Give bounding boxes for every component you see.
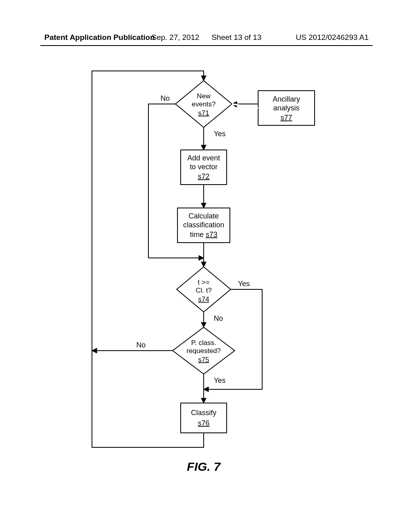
b73-l3: time s73 xyxy=(190,231,217,239)
label-s75-yes: Yes xyxy=(214,376,225,384)
label-s75-no: No xyxy=(136,341,146,349)
diamond-s74: t >= Cl. t? s74 xyxy=(177,267,231,312)
b77-l1: Ancillary xyxy=(273,95,300,103)
d75-l1: P. class. xyxy=(191,339,216,347)
b72-l1: Add event xyxy=(187,154,220,162)
label-s74-yes: Yes xyxy=(238,280,250,288)
b77-l2: analysis xyxy=(273,104,299,112)
b76-step: s76 xyxy=(198,419,209,427)
b72-step: s72 xyxy=(198,172,209,181)
box-s76: Classify s76 xyxy=(181,403,227,433)
label-s71-yes: Yes xyxy=(214,130,225,138)
label-s74-no: No xyxy=(214,314,223,322)
d75-l2: requested? xyxy=(186,347,221,355)
figure-label: FIG. 7 xyxy=(187,460,221,473)
edge-s76-loop-s71 xyxy=(92,71,204,447)
label-s71-no: No xyxy=(161,94,170,102)
d74-l1: t >= xyxy=(198,278,209,286)
flowchart: New events? s71 Ancillary analysis s77 A… xyxy=(0,0,413,532)
b73-l2: classification xyxy=(183,221,224,229)
b72-l2: to vector xyxy=(190,163,217,171)
d74-l2: Cl. t? xyxy=(196,287,212,294)
b77-step: s77 xyxy=(280,114,292,122)
d71-step: s71 xyxy=(198,109,209,117)
d71-l1: New xyxy=(197,92,211,100)
d75-step: s75 xyxy=(198,356,209,364)
box-s73: Calculate classification time s73 xyxy=(177,208,230,243)
b76-l1: Classify xyxy=(191,409,216,417)
diamond-s75: P. class. requested? s75 xyxy=(173,327,235,374)
box-s77: Ancillary analysis s77 xyxy=(258,91,315,125)
svg-rect-6 xyxy=(181,403,227,433)
b73-l1: Calculate xyxy=(188,212,219,220)
d71-l2: events? xyxy=(192,100,216,108)
d74-step: s74 xyxy=(198,295,209,303)
diamond-s71: New events? s71 xyxy=(175,81,232,127)
box-s72: Add event to vector s72 xyxy=(181,150,227,185)
